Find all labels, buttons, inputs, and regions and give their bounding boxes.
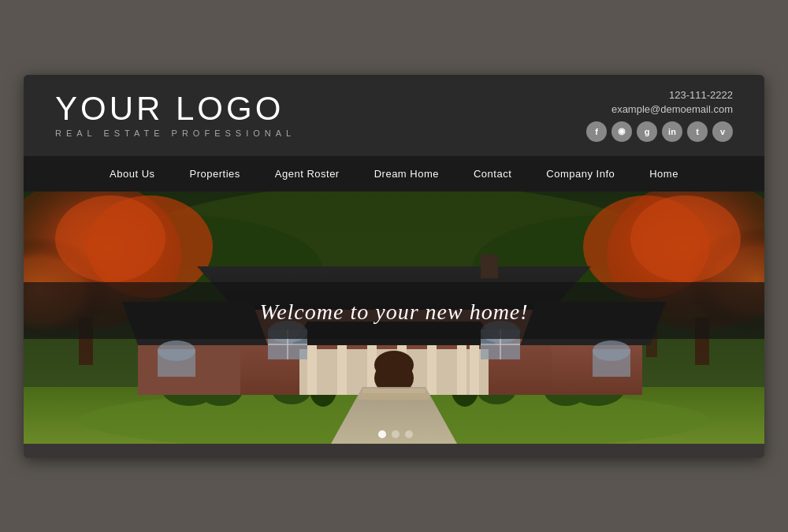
browser-frame: YOUR LOGO REAL ESTATE PROFESSIONAL 123-1…	[24, 75, 764, 458]
nav-contact[interactable]: Contact	[456, 156, 529, 192]
logo-text: YOUR LOGO	[55, 92, 296, 125]
logo-tagline: REAL ESTATE PROFESSIONAL	[55, 128, 296, 138]
footer-strip	[24, 444, 764, 458]
svg-rect-41	[470, 341, 479, 395]
svg-point-63	[378, 430, 386, 438]
svg-rect-39	[427, 341, 437, 395]
google-icon[interactable]: g	[637, 121, 657, 142]
svg-point-56	[593, 340, 630, 361]
svg-point-7	[55, 195, 165, 282]
svg-rect-35	[307, 341, 317, 395]
nav-about-us[interactable]: About Us	[92, 156, 172, 192]
nav-agent-roster[interactable]: Agent Roster	[258, 156, 357, 192]
nav-company-info[interactable]: Company Info	[529, 156, 632, 192]
svg-point-65	[405, 430, 413, 438]
svg-rect-59	[359, 393, 429, 400]
site-header: YOUR LOGO REAL ESTATE PROFESSIONAL 123-1…	[24, 75, 764, 156]
site-nav: About Us Properties Agent Roster Dream H…	[24, 156, 764, 192]
hero-section: Welcome to your new home!	[24, 192, 764, 444]
facebook-icon[interactable]: f	[586, 121, 607, 142]
linkedin-icon[interactable]: in	[662, 121, 682, 142]
svg-rect-33	[481, 255, 498, 278]
svg-point-64	[392, 430, 400, 438]
svg-rect-36	[337, 341, 347, 395]
social-icons-bar: f ◉ g in t v	[586, 121, 733, 142]
phone-number: 123-111-2222	[669, 89, 733, 101]
svg-point-44	[374, 351, 414, 379]
svg-point-54	[158, 340, 195, 361]
vimeo-icon[interactable]: v	[712, 121, 733, 142]
contact-block: 123-111-2222 example@demoemail.com f ◉ g…	[586, 89, 733, 142]
twitter-icon[interactable]: t	[687, 121, 708, 142]
svg-point-11	[630, 195, 741, 282]
feed-icon[interactable]: ◉	[611, 121, 632, 142]
nav-dream-home[interactable]: Dream Home	[357, 156, 456, 192]
svg-text:Welcome to your new home!: Welcome to your new home!	[259, 299, 528, 324]
logo-block: YOUR LOGO REAL ESTATE PROFESSIONAL	[55, 92, 296, 138]
email-address: example@demoemail.com	[611, 103, 733, 115]
hero-image: Welcome to your new home!	[24, 192, 764, 444]
svg-rect-40	[457, 341, 466, 395]
nav-properties[interactable]: Properties	[173, 156, 258, 192]
nav-home[interactable]: Home	[632, 156, 696, 192]
